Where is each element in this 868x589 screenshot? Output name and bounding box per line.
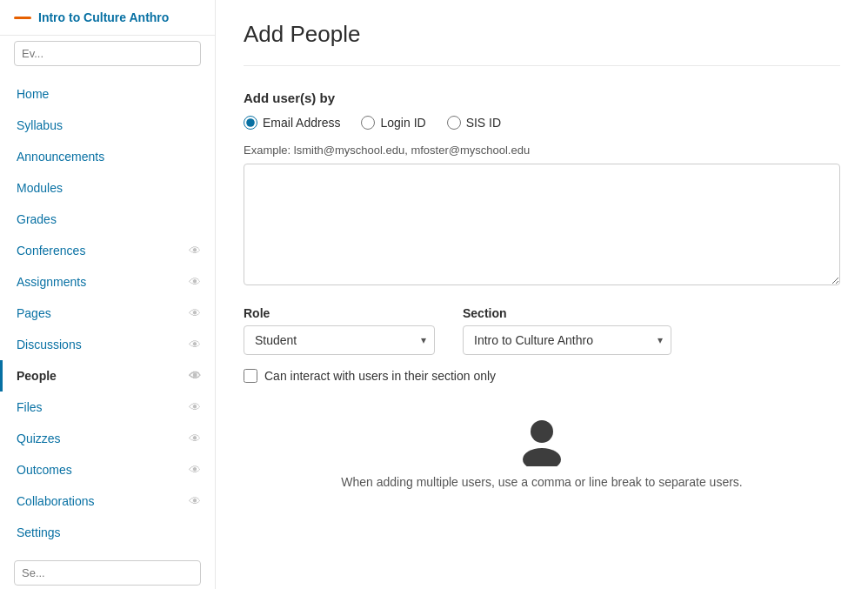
sidebar-brand-bar (14, 17, 31, 19)
radio-option-loginid[interactable]: Login ID (361, 116, 425, 130)
sidebar-item-discussions[interactable]: Discussions👁 (0, 329, 215, 360)
sidebar-item-announcements[interactable]: Announcements (0, 141, 215, 172)
page-title: Add People (244, 21, 840, 48)
role-select[interactable]: StudentTeacherTAObserverDesigner (244, 325, 435, 355)
sidebar-filter-area (0, 36, 215, 71)
sidebar: Intro to Culture Anthro HomeSyllabusAnno… (0, 0, 216, 589)
sidebar-item-files[interactable]: Files👁 (0, 392, 215, 423)
eye-icon: 👁 (189, 494, 201, 508)
hint-text: When adding multiple users, use a comma … (341, 475, 742, 489)
interact-checkbox-row: Can interact with users in their section… (244, 369, 840, 383)
role-section-row: Role StudentTeacherTAObserverDesigner ▾ … (244, 306, 840, 355)
section-label: Section (463, 306, 671, 320)
radio-label-sisid: SIS ID (466, 116, 501, 130)
sidebar-item-label: Settings (17, 525, 201, 539)
eye-icon: 👁 (189, 400, 201, 414)
sidebar-item-modules[interactable]: Modules (0, 172, 215, 204)
eye-icon: 👁 (189, 369, 201, 383)
radio-input-email[interactable] (244, 116, 257, 130)
eye-icon: 👁 (189, 244, 201, 258)
radio-input-loginid[interactable] (361, 116, 375, 130)
sidebar-item-settings[interactable]: Settings (0, 517, 215, 548)
hint-area: When adding multiple users, use a comma … (244, 407, 840, 489)
sidebar-item-quizzes[interactable]: Quizzes👁 (0, 423, 215, 454)
sidebar-item-conferences[interactable]: Conferences👁 (0, 235, 215, 266)
eye-icon: 👁 (189, 306, 201, 320)
radio-input-sisid[interactable] (447, 116, 461, 130)
sidebar-item-pages[interactable]: Pages👁 (0, 298, 215, 329)
sidebar-item-label: Conferences (17, 244, 189, 258)
sidebar-item-label: Quizzes (17, 432, 189, 445)
sidebar-item-home[interactable]: Home (0, 78, 215, 110)
sidebar-item-label: Modules (17, 181, 201, 195)
radio-option-sisid[interactable]: SIS ID (447, 116, 501, 130)
radio-group: Email AddressLogin IDSIS ID (244, 116, 840, 130)
role-field-group: Role StudentTeacherTAObserverDesigner ▾ (244, 306, 435, 355)
eye-icon: 👁 (189, 338, 201, 351)
sidebar-item-label: Files (17, 400, 189, 414)
sidebar-item-label: Syllabus (17, 118, 201, 132)
sidebar-course-title[interactable]: Intro to Culture Anthro (38, 10, 169, 24)
radio-label-loginid: Login ID (380, 116, 425, 130)
sidebar-item-label: Announcements (17, 150, 201, 164)
sidebar-item-label: Collaborations (17, 494, 189, 508)
section-select-wrapper: Intro to Culture Anthro ▾ (463, 325, 671, 355)
sidebar-header: Intro to Culture Anthro (0, 0, 215, 36)
sidebar-item-label: Grades (17, 212, 201, 226)
role-label: Role (244, 306, 435, 320)
sidebar-item-label: Home (17, 87, 201, 101)
example-text: Example: lsmith@myschool.edu, mfoster@my… (244, 144, 840, 157)
interact-checkbox[interactable] (244, 369, 257, 383)
sidebar-nav: HomeSyllabusAnnouncementsModulesGradesCo… (0, 71, 215, 555)
radio-option-email[interactable]: Email Address (244, 116, 340, 130)
role-select-wrapper: StudentTeacherTAObserverDesigner ▾ (244, 325, 435, 355)
section-select[interactable]: Intro to Culture Anthro (463, 325, 671, 355)
sidebar-filter-input[interactable] (14, 41, 201, 66)
sidebar-item-label: Pages (17, 306, 189, 320)
sidebar-item-assignments[interactable]: Assignments👁 (0, 266, 215, 298)
svg-point-1 (523, 448, 561, 466)
eye-icon: 👁 (189, 275, 201, 289)
add-users-by-label: Add user(s) by (244, 90, 840, 105)
sidebar-search-area (0, 555, 215, 589)
sidebar-item-label: Discussions (17, 338, 189, 351)
divider (244, 65, 840, 66)
email-textarea[interactable] (244, 164, 840, 285)
sidebar-item-collaborations[interactable]: Collaborations👁 (0, 485, 215, 517)
eye-icon: 👁 (189, 432, 201, 445)
sidebar-item-label: Assignments (17, 275, 189, 289)
main-content: Add People Add user(s) by Email AddressL… (216, 0, 868, 589)
add-users-by-section: Add user(s) by Email AddressLogin IDSIS … (244, 90, 840, 130)
sidebar-item-syllabus[interactable]: Syllabus (0, 110, 215, 141)
svg-point-0 (531, 420, 553, 443)
section-field-group: Section Intro to Culture Anthro ▾ (463, 306, 671, 355)
interact-checkbox-label[interactable]: Can interact with users in their section… (264, 369, 496, 383)
eye-icon: 👁 (189, 463, 201, 477)
sidebar-item-label: Outcomes (17, 463, 189, 477)
sidebar-item-label: People (17, 369, 189, 383)
sidebar-item-outcomes[interactable]: Outcomes👁 (0, 454, 215, 485)
sidebar-item-grades[interactable]: Grades (0, 204, 215, 235)
user-icon (516, 414, 568, 466)
sidebar-item-people[interactable]: People👁 (0, 360, 215, 392)
radio-label-email: Email Address (263, 116, 340, 130)
sidebar-search-input[interactable] (14, 560, 201, 586)
